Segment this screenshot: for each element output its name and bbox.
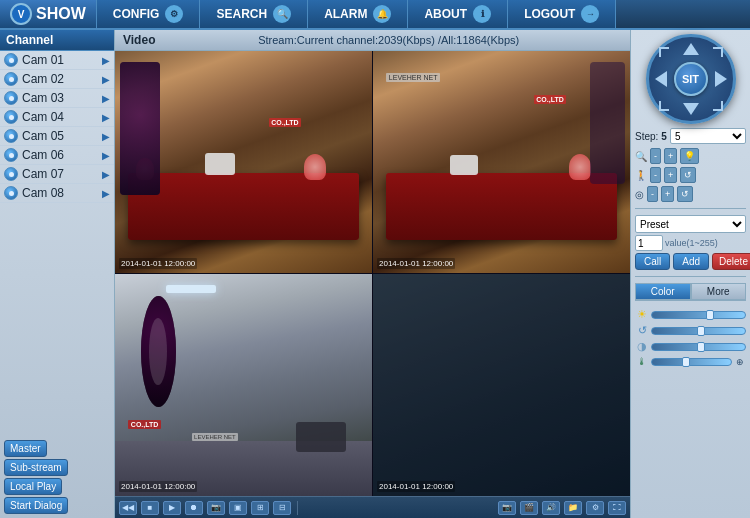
- nav-logout[interactable]: LOGOUT →: [508, 0, 616, 28]
- hue-end-icon: ⊕: [734, 357, 746, 367]
- sit-button[interactable]: SIT: [674, 62, 708, 96]
- preset-select[interactable]: Preset: [635, 215, 746, 233]
- video-cell-3[interactable]: CO.,LTD LEVEHER NET 2014-01-01 12:00:00: [115, 274, 372, 496]
- hue-icon: 🌡: [635, 356, 649, 367]
- brightness-thumb[interactable]: [706, 310, 714, 320]
- nav-about[interactable]: ABOUT ℹ: [408, 0, 508, 28]
- stream-info: Stream:Current channel:2039(Kbps) /All:1…: [258, 34, 519, 46]
- cam-arrow-07: ▶: [102, 169, 110, 180]
- focus-refresh[interactable]: ↺: [680, 167, 696, 183]
- toolbar-separator: [297, 501, 298, 515]
- color-tab[interactable]: Color: [635, 283, 691, 300]
- cam-arrow-06: ▶: [102, 150, 110, 161]
- iris-refresh[interactable]: ↺: [677, 186, 693, 202]
- master-button[interactable]: Master: [4, 440, 47, 457]
- audio-icon[interactable]: 🔊: [542, 501, 560, 515]
- fullscreen-icon[interactable]: ⛶: [608, 501, 626, 515]
- grid4-icon[interactable]: ⊞: [251, 501, 269, 515]
- saturation-icon: ◑: [635, 340, 649, 353]
- cam2-timestamp: 2014-01-01 12:00:00: [377, 258, 455, 269]
- left-panel: Channel Cam 01 ▶ Cam 02 ▶ Cam 03 ▶ Cam 0…: [0, 30, 115, 518]
- step-value: 5: [661, 131, 667, 142]
- video-cell-2[interactable]: CO.,LTD LEVEHER NET 2014-01-01 12:00:00: [373, 51, 630, 273]
- main-area: Channel Cam 01 ▶ Cam 02 ▶ Cam 03 ▶ Cam 0…: [0, 30, 750, 518]
- focus-plus[interactable]: +: [664, 167, 677, 183]
- iris-plus[interactable]: +: [661, 186, 674, 202]
- snapshot-icon[interactable]: 📷: [207, 501, 225, 515]
- cam-dot-05: [4, 129, 18, 143]
- substream-button[interactable]: Sub-stream: [4, 459, 68, 476]
- ptz-up-arrow[interactable]: [683, 43, 699, 55]
- saturation-track[interactable]: [651, 343, 746, 351]
- cam-item-02[interactable]: Cam 02 ▶: [0, 70, 114, 89]
- cam-dot-07: [4, 167, 18, 181]
- cam-item-04[interactable]: Cam 04 ▶: [0, 108, 114, 127]
- cam-item-05[interactable]: Cam 05 ▶: [0, 127, 114, 146]
- color-tabs: Color More: [635, 283, 746, 301]
- call-button[interactable]: Call: [635, 253, 670, 270]
- iris-minus[interactable]: -: [647, 186, 658, 202]
- cam-item-08[interactable]: Cam 08 ▶: [0, 184, 114, 203]
- alarm-icon: 🔔: [373, 5, 391, 23]
- zoom-light[interactable]: 💡: [680, 148, 699, 164]
- zoom-minus[interactable]: -: [650, 148, 661, 164]
- focus-minus[interactable]: -: [650, 167, 661, 183]
- video-grid: CO.,LTD 2014-01-01 12:00:00 CO.,LTD LEVE…: [115, 51, 630, 496]
- video-cell-4[interactable]: 2014-01-01 12:00:00: [373, 274, 630, 496]
- ptz-left-arrow[interactable]: [655, 71, 667, 87]
- folder-icon[interactable]: 📁: [564, 501, 582, 515]
- more-tab[interactable]: More: [691, 283, 747, 300]
- cam-label-06: Cam 06: [22, 148, 102, 162]
- hue-thumb[interactable]: [682, 357, 690, 367]
- add-button[interactable]: Add: [673, 253, 709, 270]
- cam-item-06[interactable]: Cam 06 ▶: [0, 146, 114, 165]
- camera-icon[interactable]: 📷: [498, 501, 516, 515]
- zoom-row: 🔍 - + 💡: [635, 148, 746, 164]
- nav-search[interactable]: SEARCH 🔍: [200, 0, 308, 28]
- ptz-right-arrow[interactable]: [715, 71, 727, 87]
- ptz-upright-arrow[interactable]: [713, 47, 723, 57]
- record-icon[interactable]: ⏺: [185, 501, 203, 515]
- grid9-icon[interactable]: ⊟: [273, 501, 291, 515]
- channel-header: Channel: [0, 30, 114, 51]
- ptz-downright-arrow[interactable]: [713, 101, 723, 111]
- nav-alarm[interactable]: ALARM 🔔: [308, 0, 408, 28]
- cam-item-07[interactable]: Cam 07 ▶: [0, 165, 114, 184]
- brightness-slider-row: ☀: [635, 308, 746, 321]
- startdialog-button[interactable]: Start Dialog: [4, 497, 68, 514]
- focus-icon: 🚶: [635, 170, 647, 181]
- contrast-thumb[interactable]: [697, 326, 705, 336]
- settings-icon[interactable]: ⚙: [586, 501, 604, 515]
- grid1-icon[interactable]: ▣: [229, 501, 247, 515]
- saturation-thumb[interactable]: [697, 342, 705, 352]
- preset-input[interactable]: [635, 235, 663, 251]
- prev-icon[interactable]: ◀◀: [119, 501, 137, 515]
- cam-label-02: Cam 02: [22, 72, 102, 86]
- preset-input-row: value(1~255): [635, 235, 746, 251]
- about-icon: ℹ: [473, 5, 491, 23]
- zoom-plus[interactable]: +: [664, 148, 677, 164]
- delete-button[interactable]: Delete: [712, 253, 750, 270]
- ptz-joystick: SIT: [646, 34, 736, 124]
- ptz-upleft-arrow[interactable]: [659, 47, 669, 57]
- stop-icon[interactable]: ■: [141, 501, 159, 515]
- step-select[interactable]: 51234678: [670, 128, 746, 144]
- nav-search-label: SEARCH: [216, 7, 267, 21]
- hue-track[interactable]: [651, 358, 732, 366]
- ptz-down-arrow[interactable]: [683, 103, 699, 115]
- saturation-slider-row: ◑: [635, 340, 746, 353]
- localplay-button[interactable]: Local Play: [4, 478, 62, 495]
- step-label: Step:: [635, 131, 658, 142]
- contrast-track[interactable]: [651, 327, 746, 335]
- cam-item-03[interactable]: Cam 03 ▶: [0, 89, 114, 108]
- ptz-controls: 🔍 - + 💡 🚶 - + ↺ ◎ - + ↺: [635, 148, 746, 202]
- ptz-downleft-arrow[interactable]: [659, 101, 669, 111]
- video-cell-1[interactable]: CO.,LTD 2014-01-01 12:00:00: [115, 51, 372, 273]
- cam-item-01[interactable]: Cam 01 ▶: [0, 51, 114, 70]
- nav-config[interactable]: CONFIG ⚙: [97, 0, 201, 28]
- brightness-track[interactable]: [651, 311, 746, 319]
- play-icon[interactable]: ▶: [163, 501, 181, 515]
- video-icon[interactable]: 🎬: [520, 501, 538, 515]
- cam-arrow-01: ▶: [102, 55, 110, 66]
- cam-dot-02: [4, 72, 18, 86]
